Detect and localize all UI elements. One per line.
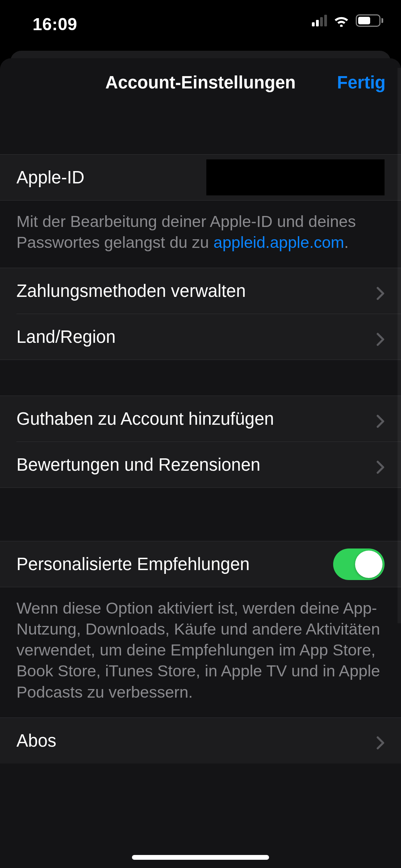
apple-id-label: Apple-ID	[16, 167, 206, 188]
manage-payments-label: Zahlungsmethoden verwalten	[16, 281, 368, 301]
add-funds-row[interactable]: Guthaben zu Account hinzufügen	[0, 396, 401, 442]
group-gap	[0, 360, 401, 396]
apple-id-footer: Mit der Bearbeitung deiner Apple-ID und …	[0, 201, 401, 268]
apple-id-group: Apple-ID	[0, 155, 401, 200]
group-gap	[0, 488, 401, 541]
country-region-row[interactable]: Land/Region	[0, 314, 401, 360]
manage-payments-row[interactable]: Zahlungsmethoden verwalten	[0, 268, 401, 314]
funds-reviews-group: Guthaben zu Account hinzufügen Bewertung…	[0, 396, 401, 487]
status-bar: 16:09	[0, 0, 401, 38]
toggle-knob	[355, 551, 382, 578]
payment-region-group: Zahlungsmethoden verwalten Land/Region	[0, 268, 401, 360]
chevron-right-icon	[376, 734, 385, 747]
home-indicator[interactable]	[132, 855, 269, 860]
apple-id-row[interactable]: Apple-ID	[0, 155, 401, 200]
ratings-reviews-row[interactable]: Bewertungen und Rezensionen	[0, 442, 401, 487]
account-settings-sheet: Account-Einstellungen Fertig Apple-ID Mi…	[0, 58, 401, 868]
subscriptions-row[interactable]: Abos	[0, 718, 401, 763]
status-indicators	[312, 14, 383, 27]
spacer	[0, 106, 401, 154]
chevron-right-icon	[376, 284, 385, 298]
personalized-recommendations-toggle[interactable]	[333, 548, 385, 580]
apple-id-footer-text-post: .	[344, 233, 349, 251]
battery-icon	[356, 14, 383, 27]
status-time: 16:09	[33, 14, 77, 34]
done-button[interactable]: Fertig	[337, 72, 386, 93]
add-funds-label: Guthaben zu Account hinzufügen	[16, 409, 368, 429]
settings-scroll[interactable]: Apple-ID Mit der Bearbeitung deiner Appl…	[0, 106, 401, 868]
recommendations-group: Personalisierte Empfehlungen	[0, 541, 401, 587]
personalized-recommendations-row: Personalisierte Empfehlungen	[0, 541, 401, 587]
page-title: Account-Einstellungen	[105, 72, 295, 93]
chevron-right-icon	[376, 412, 385, 426]
wifi-icon	[333, 14, 350, 27]
subscriptions-label: Abos	[16, 731, 368, 751]
chevron-right-icon	[376, 330, 385, 344]
apple-id-value-redacted	[206, 159, 385, 195]
personalized-recommendations-label: Personalisierte Empfehlungen	[16, 554, 325, 574]
scroll-indicator	[398, 68, 401, 623]
recommendations-footer: Wenn diese Option aktiviert ist, werden …	[0, 587, 401, 717]
nav-bar: Account-Einstellungen Fertig	[0, 58, 401, 106]
apple-id-link[interactable]: appleid.apple.com	[214, 233, 344, 251]
ratings-reviews-label: Bewertungen und Rezensionen	[16, 455, 368, 475]
country-region-label: Land/Region	[16, 327, 368, 347]
chevron-right-icon	[376, 458, 385, 472]
cellular-icon	[312, 15, 327, 26]
subscriptions-group: Abos	[0, 718, 401, 763]
